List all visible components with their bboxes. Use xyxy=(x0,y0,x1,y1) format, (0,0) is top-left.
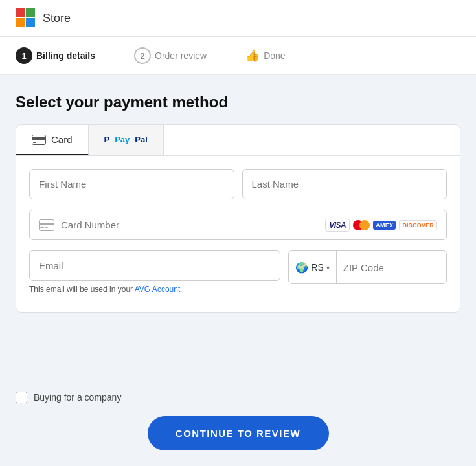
tab-card-label: Card xyxy=(51,134,73,145)
paypal-p1: P xyxy=(104,135,110,144)
chevron-down-icon: ▾ xyxy=(326,264,330,271)
card-number-row: VISA AMEX DISCOVER xyxy=(29,210,447,240)
company-checkbox-row: Buying for a company xyxy=(16,392,460,403)
svg-rect-5 xyxy=(32,137,46,140)
card-number-svg xyxy=(39,219,54,231)
name-row xyxy=(29,169,447,199)
avg-logo-icon xyxy=(16,8,36,28)
svg-rect-8 xyxy=(39,223,54,225)
mastercard-logo xyxy=(353,220,370,230)
card-number-wrapper: VISA AMEX DISCOVER xyxy=(29,210,447,240)
page-title: Select your payment method xyxy=(16,93,460,111)
amex-logo: AMEX xyxy=(373,221,396,230)
card-icon xyxy=(32,135,46,145)
thumb-icon: 👍 xyxy=(245,49,260,63)
svg-rect-3 xyxy=(26,18,35,27)
globe-icon: 🌍 xyxy=(295,261,308,274)
step-divider-2 xyxy=(214,56,238,56)
payment-container: Card PPayPal xyxy=(16,124,460,313)
first-name-input[interactable] xyxy=(29,169,234,199)
svg-rect-1 xyxy=(26,8,35,17)
store-label: Store xyxy=(43,12,71,25)
card-brands: VISA AMEX DISCOVER xyxy=(325,219,437,232)
country-select[interactable]: 🌍 RS ▾ xyxy=(289,251,336,283)
email-hint-text: This email will be used in your xyxy=(29,285,135,294)
avg-logo xyxy=(16,8,36,28)
zip-input[interactable] xyxy=(337,253,447,282)
step-2: 2 Order review xyxy=(134,47,207,64)
email-hint: This email will be used in your AVG Acco… xyxy=(29,285,280,294)
step-2-label: Order review xyxy=(155,50,207,61)
paypal-p3: Pal xyxy=(135,135,148,144)
email-zip-row: This email will be used in your AVG Acco… xyxy=(29,250,447,294)
email-input[interactable] xyxy=(29,250,280,281)
tab-card[interactable]: Card xyxy=(16,125,89,155)
step-2-circle: 2 xyxy=(134,47,151,64)
step-divider-1 xyxy=(103,56,126,56)
bottom-area: Buying for a company CONTINUE TO REVIEW xyxy=(0,381,476,466)
page-wrapper: Store 1 Billing details 2 Order review 👍… xyxy=(0,0,476,466)
form-area: VISA AMEX DISCOVER xyxy=(16,156,460,312)
tab-paypal[interactable]: PPayPal xyxy=(89,125,164,155)
header: Store xyxy=(0,0,476,37)
zip-country-wrapper: 🌍 RS ▾ xyxy=(288,250,447,284)
step-1-label: Billing details xyxy=(36,50,95,61)
mc-circle-orange xyxy=(359,220,370,230)
email-wrapper: This email will be used in your AVG Acco… xyxy=(29,250,280,294)
step-3: 👍 Done xyxy=(245,49,285,63)
main-content: Select your payment method Card PPayPal xyxy=(0,75,476,381)
card-number-icon xyxy=(39,219,54,231)
step-1-circle: 1 xyxy=(16,47,32,64)
country-code: RS xyxy=(311,262,323,272)
svg-rect-6 xyxy=(33,142,36,143)
card-number-input[interactable] xyxy=(61,210,319,239)
svg-rect-0 xyxy=(16,8,25,17)
svg-rect-10 xyxy=(45,227,48,228)
svg-rect-9 xyxy=(40,227,44,228)
last-name-input[interactable] xyxy=(242,169,448,199)
stepper: 1 Billing details 2 Order review 👍 Done xyxy=(0,37,476,75)
tabs: Card PPayPal xyxy=(16,125,460,156)
company-checkbox[interactable] xyxy=(16,392,27,403)
avg-account-link[interactable]: AVG Account xyxy=(135,285,180,294)
step-3-label: Done xyxy=(264,50,285,61)
continue-button[interactable]: CONTINUE TO REVIEW xyxy=(148,416,329,450)
visa-logo: VISA xyxy=(325,219,350,232)
paypal-p2: Pay xyxy=(115,135,130,144)
discover-logo: DISCOVER xyxy=(399,220,437,230)
company-label: Buying for a company xyxy=(34,392,121,403)
svg-rect-2 xyxy=(16,18,25,27)
step-1: 1 Billing details xyxy=(16,47,95,64)
